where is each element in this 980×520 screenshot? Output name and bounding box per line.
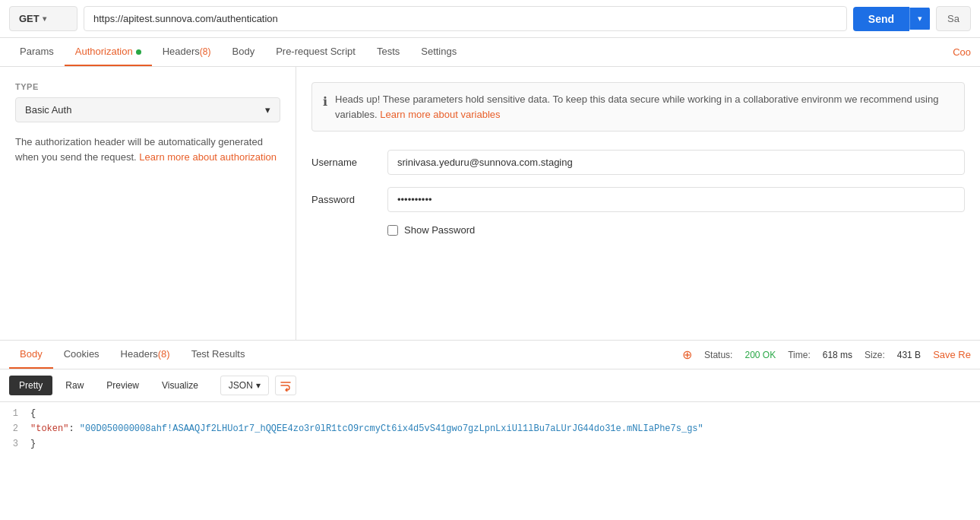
- warning-box: ℹ Heads up! These parameters hold sensit…: [311, 82, 965, 132]
- learn-more-link[interactable]: Learn more about authorization: [139, 151, 277, 163]
- method-label: GET: [19, 13, 40, 24]
- show-password-row: Show Password: [387, 224, 965, 236]
- format-bar: Pretty Raw Preview Visualize JSON ▾: [0, 369, 980, 402]
- warning-icon: ℹ: [323, 93, 327, 111]
- size-label: Size:: [865, 350, 885, 360]
- type-select[interactable]: Basic Auth ▾: [15, 97, 280, 122]
- show-password-checkbox[interactable]: [387, 225, 398, 236]
- save-button[interactable]: Sa: [936, 6, 971, 31]
- method-select[interactable]: GET ▾: [9, 6, 77, 31]
- wrap-button[interactable]: [275, 376, 296, 395]
- type-value: Basic Auth: [25, 104, 71, 116]
- tab-tests[interactable]: Tests: [366, 38, 410, 66]
- status-bar: ⊕ Status: 200 OK Time: 618 ms Size: 431 …: [682, 347, 971, 362]
- left-panel: TYPE Basic Auth ▾ The authorization head…: [0, 67, 296, 340]
- line-number: 1: [0, 408, 30, 419]
- line-number: 2: [0, 423, 30, 434]
- time-label: Time:: [788, 350, 811, 360]
- show-password-label[interactable]: Show Password: [404, 224, 475, 236]
- globe-icon: ⊕: [682, 347, 692, 362]
- password-label: Password: [311, 194, 387, 205]
- format-chevron-icon: ▾: [256, 380, 261, 391]
- pretty-button[interactable]: Pretty: [9, 376, 52, 395]
- save-response-button[interactable]: Save Re: [933, 349, 971, 360]
- line-content: {: [30, 408, 36, 419]
- format-select[interactable]: JSON ▾: [220, 376, 269, 395]
- type-chevron-icon: ▾: [265, 104, 270, 116]
- tab-settings[interactable]: Settings: [410, 38, 467, 66]
- tab-params[interactable]: Params: [9, 38, 65, 66]
- response-tab-test-results[interactable]: Test Results: [181, 341, 256, 369]
- method-chevron-icon: ▾: [43, 14, 46, 23]
- username-label: Username: [311, 157, 387, 168]
- auth-active-dot: [136, 49, 141, 55]
- size-value: 431 B: [897, 350, 921, 360]
- code-line-2: 2 "token": "00D050000008ahf!ASAAQJf2LHUo…: [0, 423, 980, 439]
- status-label: Status:: [704, 350, 732, 360]
- username-input[interactable]: [387, 150, 965, 175]
- tab-body[interactable]: Body: [222, 38, 266, 66]
- preview-button[interactable]: Preview: [96, 376, 149, 395]
- line-content: }: [30, 439, 36, 449]
- response-tab-headers[interactable]: Headers(8): [110, 341, 181, 369]
- right-panel: ℹ Heads up! These parameters hold sensit…: [296, 67, 980, 340]
- line-number: 3: [0, 439, 30, 449]
- password-input[interactable]: [387, 187, 965, 212]
- code-line-1: 1 {: [0, 408, 980, 423]
- request-tabs: Params Authorization Headers(8) Body Pre…: [0, 38, 980, 67]
- tab-authorization[interactable]: Authorization: [65, 38, 152, 66]
- response-tabs: Body Cookies Headers(8) Test Results ⊕ S…: [0, 341, 980, 369]
- username-row: Username: [311, 150, 965, 175]
- type-label: TYPE: [15, 82, 280, 91]
- response-tab-body[interactable]: Body: [9, 341, 53, 369]
- tab-pre-request[interactable]: Pre-request Script: [265, 38, 366, 66]
- warning-link[interactable]: Learn more about variables: [380, 109, 500, 120]
- send-button-group: Send ▾: [853, 7, 930, 31]
- visualize-button[interactable]: Visualize: [152, 376, 208, 395]
- tab-overflow[interactable]: Coo: [953, 39, 971, 65]
- line-content: "token": "00D050000008ahf!ASAAQJf2LHUo1r…: [30, 423, 703, 434]
- password-row: Password: [311, 187, 965, 212]
- raw-button[interactable]: Raw: [55, 376, 93, 395]
- time-value: 618 ms: [823, 350, 852, 360]
- status-value: 200 OK: [744, 350, 776, 360]
- auth-description: The authorization header will be automat…: [15, 135, 280, 164]
- send-dropdown-button[interactable]: ▾: [909, 8, 930, 30]
- code-line-3: 3 }: [0, 439, 980, 454]
- url-bar: GET ▾ Send ▾ Sa: [0, 0, 980, 38]
- main-content: TYPE Basic Auth ▾ The authorization head…: [0, 67, 980, 341]
- format-label: JSON: [229, 380, 253, 391]
- send-button[interactable]: Send: [853, 7, 909, 31]
- response-body: 1 { 2 "token": "00D050000008ahf!ASAAQJf2…: [0, 402, 980, 460]
- tab-headers[interactable]: Headers(8): [152, 38, 222, 66]
- url-input[interactable]: [84, 6, 847, 31]
- response-tab-cookies[interactable]: Cookies: [53, 341, 110, 369]
